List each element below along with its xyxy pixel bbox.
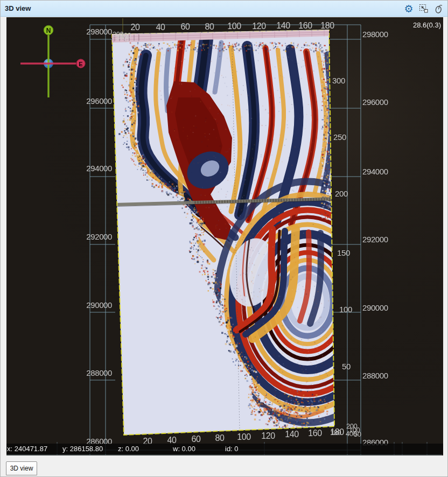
window-title: 3D view [5,4,31,12]
status-item-x: x: 240471.87 [7,444,47,454]
status-bar: x: 240471.87y: 286158.80z: 0.00w: 0.00id… [6,444,443,454]
status-item-z: z: 0.00 [118,444,139,454]
titlebar-icons: ⚙ [403,3,444,14]
tab-bar: 3D view [1,455,448,477]
mouse-mode-icon[interactable] [433,3,444,14]
status-item-id: id: 0 [225,444,239,454]
app-window: 3D view ⚙ [0,0,448,477]
info-overlay-value: 28.6(0.3) [413,21,441,29]
window-titlebar: 3D view ⚙ [1,1,448,17]
compass-north-label: N [46,27,51,34]
compass: N E [16,22,88,99]
select-mode-icon[interactable] [418,3,429,14]
compass-east-label: E [79,61,82,67]
status-item-w: w: 0.00 [173,444,195,454]
tab-3d-view[interactable]: 3D view [6,461,37,475]
status-item-y: y: 286158.80 [62,444,103,454]
settings-gear-icon[interactable]: ⚙ [403,3,414,14]
